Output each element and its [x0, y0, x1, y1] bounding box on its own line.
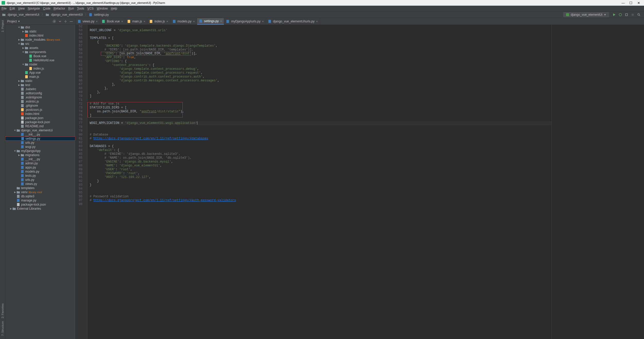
editor-tab[interactable]: main.js× [125, 18, 147, 25]
tree-item[interactable]: ▶settings.py [5, 137, 75, 141]
tree-item[interactable]: ▶README.md [5, 124, 75, 128]
tree-item[interactable]: ▶External Libraries [5, 207, 75, 211]
close-icon[interactable]: × [121, 20, 123, 23]
tree-item[interactable]: ▶static [5, 79, 75, 83]
tree-item[interactable]: ▶admin.py [5, 161, 75, 165]
search-button[interactable] [637, 12, 641, 17]
tree-item[interactable]: ▶App.vue [5, 71, 75, 75]
folder-icon [25, 63, 28, 66]
menu-run[interactable]: Run [68, 7, 74, 10]
code-editor[interactable]: 5253545556575859606162636465666768697071… [76, 25, 644, 339]
sidebar-title[interactable]: Project [7, 20, 17, 23]
tree-item[interactable]: ▶Book.vue [5, 54, 75, 58]
editor-tab[interactable]: settings.py× [197, 18, 224, 25]
editor-tab[interactable]: models.py× [171, 18, 197, 25]
maximize-button[interactable]: ☐ [627, 1, 635, 5]
tree-item[interactable]: ▶index.html [5, 112, 75, 116]
close-icon[interactable]: × [262, 20, 264, 23]
tree-item[interactable]: ▶tests.py [5, 174, 75, 178]
run-config-selector[interactable]: django_vue_elementUi ▼ [563, 12, 609, 17]
tree-item[interactable]: ▶db.sqlite3 [5, 194, 75, 198]
svg-point-6 [638, 13, 640, 15]
breadcrumb-1[interactable]: django_vue_elementUi [46, 13, 83, 16]
editor-tab[interactable]: myDjangoApp\urls.py× [224, 18, 266, 25]
tree-item[interactable]: ▶urls.py [5, 141, 75, 145]
tree-item[interactable]: ▶.postcssrc.js [5, 108, 75, 112]
menu-code[interactable]: Code [43, 7, 50, 10]
target-icon[interactable] [52, 19, 56, 23]
navigation-row: django_vue_elementUi〉django_vue_elementU… [0, 11, 644, 18]
menu-navigate[interactable]: Navigate [28, 7, 40, 10]
svg-rect-18 [21, 92, 24, 95]
debug-button[interactable] [618, 12, 623, 17]
project-tool-tab[interactable]: 1: Project [1, 20, 4, 32]
tree-item[interactable]: ▶__init__.py [5, 132, 75, 137]
breadcrumb-2[interactable]: settings.py [89, 13, 109, 16]
tree-item[interactable]: ▶main.js [5, 75, 75, 79]
tree-item[interactable]: ▼router [5, 62, 75, 66]
tree-item[interactable]: ▶test [5, 83, 75, 87]
close-icon[interactable]: × [144, 20, 145, 23]
close-icon[interactable]: × [220, 20, 222, 23]
favorites-tool-tab[interactable]: 2: Favorites [1, 303, 4, 318]
menu-file[interactable]: File [2, 7, 6, 10]
tree-item[interactable]: ▶HelloWorld.vue [5, 58, 75, 62]
tree-item[interactable]: ▶package-lock.json [5, 202, 75, 207]
menu-help[interactable]: Help [111, 7, 117, 10]
stop-button[interactable] [630, 12, 635, 17]
close-icon[interactable]: × [96, 20, 98, 23]
editor-tab[interactable]: index.js× [147, 18, 170, 25]
menu-refactor[interactable]: Refactor [54, 7, 65, 10]
close-button[interactable]: ✕ [635, 1, 642, 5]
tree-item[interactable]: ▶apps.py [5, 165, 75, 170]
gear-icon[interactable] [64, 19, 68, 23]
menu-vcs[interactable]: VCS [87, 7, 94, 10]
close-icon[interactable]: × [316, 20, 317, 23]
chevron-down-icon[interactable]: ▼ [18, 20, 20, 23]
svg-rect-29 [21, 141, 24, 144]
project-tree[interactable]: ▼dist▶static▶index.html▶node_moduleslibr… [5, 25, 75, 339]
tree-item[interactable]: ▶index.js [5, 66, 75, 71]
tree-item[interactable]: ▼django_vue_elementUi [5, 128, 75, 132]
tree-item[interactable]: ▶package-lock.json [5, 120, 75, 124]
hide-icon[interactable]: — [69, 19, 73, 23]
tree-item[interactable]: ▶.babelrc [5, 87, 75, 91]
tree-item[interactable]: ▶.eslintrc.js [5, 99, 75, 104]
editor-tab[interactable]: views.py× [76, 18, 100, 25]
tree-item[interactable]: ▶index.html [5, 33, 75, 38]
tree-item[interactable]: ▶.gitignore [5, 104, 75, 108]
tree-item[interactable]: ▶static [5, 29, 75, 33]
collapse-icon[interactable] [58, 19, 62, 23]
tree-item[interactable]: ▶views.py [5, 182, 75, 186]
close-icon[interactable]: × [193, 20, 195, 23]
editor-tab[interactable]: django_vue_elementUi\urls.py× [266, 18, 320, 25]
coverage-button[interactable] [624, 12, 629, 17]
tree-item[interactable]: ▶.eslintignore [5, 95, 75, 99]
run-button[interactable] [612, 12, 616, 17]
tree-item[interactable]: ▶manage.py [5, 198, 75, 202]
menu-view[interactable]: View [18, 7, 25, 10]
tree-item[interactable]: ▼myDjangoApp [5, 149, 75, 153]
menu-window[interactable]: Window [97, 7, 108, 10]
minimize-button[interactable]: — [619, 1, 627, 5]
tree-item[interactable]: ▶package.json [5, 116, 75, 120]
tree-item[interactable]: ▶urls.py [5, 178, 75, 182]
tree-item[interactable]: ▶node_moduleslibrary root [5, 38, 75, 42]
structure-tool-tab[interactable]: 7: Structure [1, 321, 4, 336]
menu-edit[interactable]: Edit [10, 7, 15, 10]
tree-item[interactable]: ▶templates [5, 186, 75, 190]
tree-item[interactable]: ▶venvlibrary root [5, 190, 75, 194]
editor-tab[interactable]: Book.vue× [100, 18, 125, 25]
tree-item[interactable]: ▶migrations [5, 153, 75, 157]
breadcrumb-0[interactable]: django_vue_elementUi [2, 13, 39, 16]
tree-item[interactable]: ▼dist [5, 25, 75, 29]
tree-item[interactable]: ▶assets [5, 46, 75, 50]
tree-item[interactable]: ▶__init__.py [5, 157, 75, 161]
menu-tools[interactable]: Tools [77, 7, 84, 10]
tree-item[interactable]: ▶wsgi.py [5, 145, 75, 149]
tree-item[interactable]: ▼components [5, 50, 75, 54]
tree-item[interactable]: ▶.editorconfig [5, 91, 75, 95]
tree-item[interactable]: ▼src [5, 42, 75, 46]
close-icon[interactable]: × [166, 20, 168, 23]
tree-item[interactable]: ▶models.py [5, 170, 75, 174]
